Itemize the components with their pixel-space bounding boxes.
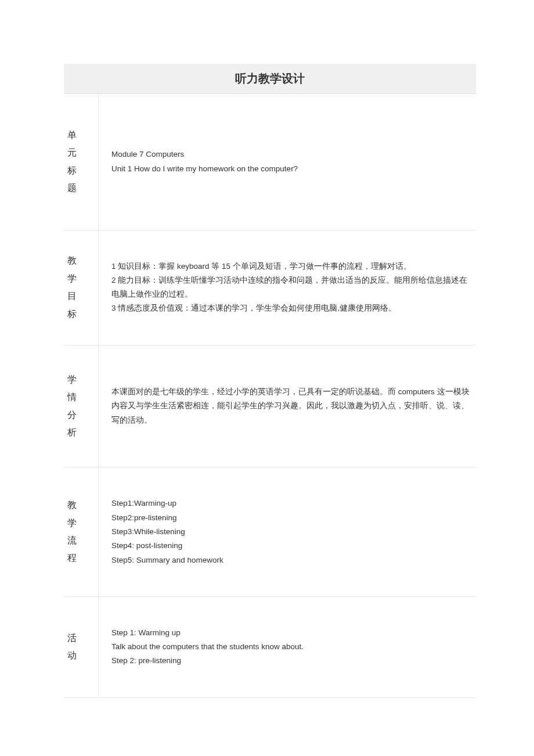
text-line: Step1:Warming-up [111, 496, 470, 510]
text-line: Step 2: pre-listening [111, 654, 470, 668]
label-unit-title: 单 元 标 题 [64, 94, 99, 230]
label-activity: 活 动 [64, 597, 99, 697]
text-line: Step5: Summary and homework [111, 553, 470, 567]
label-char: 活 [67, 629, 77, 647]
lesson-plan-table: 听力教学设计 单 元 标 题 Module 7 Computers Unit 1… [64, 64, 476, 698]
text-line: 本课面对的是七年级的学生，经过小学的英语学习，已具有一定的听说基础。而 comp… [111, 385, 470, 427]
text-line: 3 情感态度及价值观：通过本课的学习，学生学会如何使用电脑,健康使用网络。 [111, 301, 470, 315]
text-line: 1 知识目标：掌握 keyboard 等 15 个单词及短语，学习做一件事的流程… [111, 260, 470, 273]
content-activity: Step 1: Warming up Talk about the comput… [99, 597, 476, 697]
content-teaching-goals: 1 知识目标：掌握 keyboard 等 15 个单词及短语，学习做一件事的流程… [99, 231, 476, 345]
label-char: 学 [67, 514, 77, 532]
row-student-analysis: 学 情 分 析 本课面对的是七年级的学生，经过小学的英语学习，已具有一定的听说基… [64, 345, 476, 468]
text-line: 2 能力目标：训练学生听懂学习活动中连续的指令和问题，并做出适当的反应。能用所给… [111, 273, 470, 302]
row-unit-title: 单 元 标 题 Module 7 Computers Unit 1 How do… [64, 94, 476, 231]
label-char: 动 [67, 647, 77, 664]
label-char: 教 [67, 496, 77, 514]
label-char: 标 [67, 305, 77, 323]
label-char: 学 [67, 270, 77, 287]
label-char: 学 [67, 371, 77, 388]
text-line: Step4: post-listening [111, 539, 470, 553]
label-char: 情 [67, 388, 77, 406]
text-line: Step3:While-listening [111, 525, 470, 539]
row-teaching-flow: 教 学 流 程 Step1:Warming-up Step2:pre-liste… [64, 467, 476, 596]
text-line: Step2:pre-listening [111, 511, 470, 525]
text-line: Unit 1 How do I write my homework on the… [111, 162, 470, 176]
label-student-analysis: 学 情 分 析 [64, 345, 99, 467]
table-title: 听力教学设计 [64, 64, 476, 94]
label-char: 教 [67, 252, 77, 269]
label-char: 分 [67, 406, 77, 424]
row-teaching-goals: 教 学 目 标 1 知识目标：掌握 keyboard 等 15 个单词及短语，学… [64, 231, 476, 345]
row-activity: 活 动 Step 1: Warming up Talk about the co… [64, 597, 476, 698]
label-char: 析 [67, 424, 77, 441]
content-unit-title: Module 7 Computers Unit 1 How do I write… [99, 94, 476, 230]
text-line: Module 7 Computers [111, 147, 470, 161]
label-char: 目 [67, 287, 77, 305]
label-char: 元 [67, 144, 77, 161]
label-teaching-goals: 教 学 目 标 [64, 231, 99, 345]
text-line: Talk about the computers that the studen… [111, 640, 470, 654]
label-char: 流 [67, 532, 77, 549]
label-char: 题 [67, 179, 77, 197]
label-char: 单 [67, 127, 77, 144]
content-student-analysis: 本课面对的是七年级的学生，经过小学的英语学习，已具有一定的听说基础。而 comp… [99, 345, 476, 467]
text-line: Step 1: Warming up [111, 626, 470, 640]
label-char: 程 [67, 549, 77, 567]
content-teaching-flow: Step1:Warming-up Step2:pre-listening Ste… [99, 467, 476, 596]
label-teaching-flow: 教 学 流 程 [64, 467, 99, 596]
label-char: 标 [67, 162, 77, 179]
